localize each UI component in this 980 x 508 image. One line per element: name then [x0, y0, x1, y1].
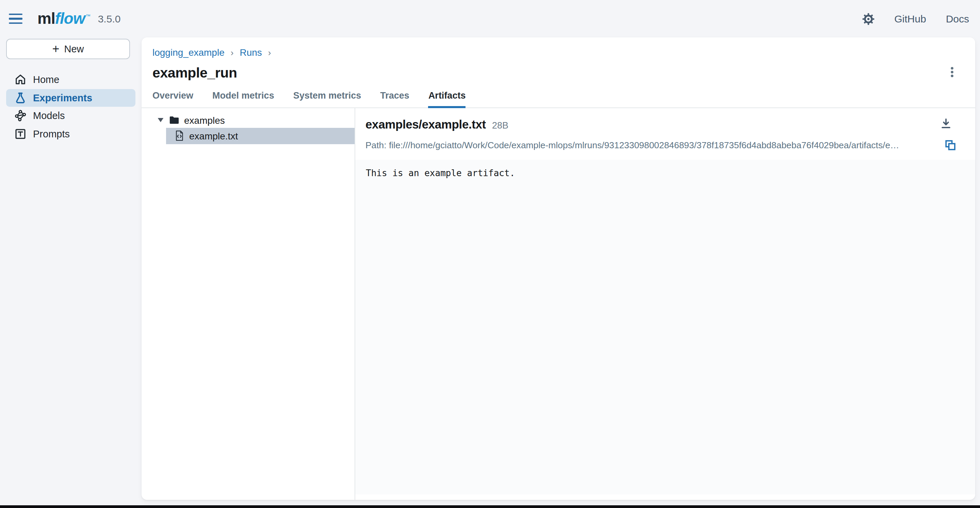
sidebar-item-home[interactable]: Home — [6, 71, 135, 89]
tab-traces[interactable]: Traces — [380, 90, 409, 108]
file-code-icon — [174, 130, 185, 142]
sidebar-item-label: Home — [33, 75, 59, 85]
folder-icon — [169, 115, 179, 125]
page-title: example_run — [153, 65, 237, 81]
sidebar-item-models[interactable]: Models — [6, 107, 135, 125]
new-button-label: New — [64, 43, 84, 54]
run-detail-card: logging_example › Runs › example_run Ove… — [141, 37, 975, 500]
chevron-right-icon: › — [268, 47, 271, 57]
caret-down-icon[interactable] — [157, 117, 164, 123]
copy-path-button[interactable] — [944, 140, 956, 151]
prompt-text-icon — [14, 128, 26, 140]
flask-icon — [14, 92, 26, 104]
tree-folder-examples[interactable]: examples — [141, 112, 354, 128]
top-bar: ml flow ™ 3.5.0 — [0, 0, 980, 37]
download-icon — [940, 117, 952, 130]
docs-link[interactable]: Docs — [946, 13, 969, 24]
tree-file-example-txt[interactable]: example.txt — [166, 128, 354, 144]
sidebar-item-label: Experiments — [33, 92, 92, 103]
mlflow-app: ml flow ™ 3.5.0 — [0, 0, 980, 508]
sidebar-nav: Home Experiments — [0, 71, 141, 143]
card-header: logging_example › Runs › example_run — [141, 37, 975, 82]
title-row: example_run — [153, 65, 959, 82]
github-link[interactable]: GitHub — [894, 13, 926, 24]
version-label: 3.5.0 — [98, 13, 121, 24]
artifact-path: Path: file:///home/gciatto/Work/Code/exa… — [366, 140, 936, 150]
breadcrumb: logging_example › Runs › — [153, 47, 959, 58]
artifact-tree-pane: examples example.txt — [141, 108, 355, 500]
window-bottom-edge — [0, 505, 980, 508]
logo-flow-text: flow — [55, 10, 85, 28]
trademark-symbol: ™ — [86, 14, 91, 18]
sidebar-item-label: Prompts — [33, 129, 70, 140]
artifact-header: examples/example.txt 28B — [355, 108, 975, 132]
sidebar-item-label: Models — [33, 111, 65, 121]
artifact-size-badge: 28B — [492, 121, 508, 130]
download-artifact-button[interactable] — [940, 117, 952, 130]
run-tabs: Overview Model metrics System metrics Tr… — [141, 90, 975, 108]
mlflow-logo[interactable]: ml flow ™ — [37, 10, 91, 28]
kebab-menu-icon — [946, 66, 957, 78]
logo-ml-text: ml — [37, 10, 55, 28]
chevron-right-icon: › — [231, 47, 234, 57]
topbar-actions: GitHub Docs — [862, 13, 969, 25]
tab-model-metrics[interactable]: Model metrics — [212, 90, 274, 108]
models-graph-icon — [14, 110, 26, 122]
home-icon — [14, 74, 26, 86]
gear-icon — [862, 13, 875, 25]
artifact-title: examples/example.txt — [366, 117, 486, 132]
artifact-text-content: This is an example artifact. — [355, 160, 975, 494]
tab-system-metrics[interactable]: System metrics — [293, 90, 361, 108]
artifact-path-row: Path: file:///home/gciatto/Work/Code/exa… — [355, 132, 975, 151]
new-button[interactable]: + New — [6, 39, 130, 59]
sidebar-item-prompts[interactable]: Prompts — [6, 125, 135, 143]
copy-icon — [944, 140, 956, 151]
tree-folder-label: examples — [184, 114, 225, 125]
breadcrumb-runs-link[interactable]: Runs — [240, 47, 262, 58]
artifact-viewer-pane: examples/example.txt 28B Path: fi — [355, 108, 975, 500]
tree-file-label: example.txt — [189, 130, 238, 141]
settings-button[interactable] — [862, 13, 875, 25]
tab-artifacts[interactable]: Artifacts — [428, 90, 466, 108]
sidebar-item-experiments[interactable]: Experiments — [6, 89, 135, 107]
breadcrumb-experiment-link[interactable]: logging_example — [153, 47, 224, 58]
tab-overview[interactable]: Overview — [153, 90, 193, 108]
run-overflow-menu-button[interactable] — [945, 65, 959, 82]
plus-icon: + — [52, 43, 59, 55]
hamburger-menu-icon[interactable] — [9, 13, 22, 24]
artifacts-panel: examples example.txt examples — [141, 108, 975, 500]
sidebar: + New Home Experiments — [0, 37, 141, 505]
